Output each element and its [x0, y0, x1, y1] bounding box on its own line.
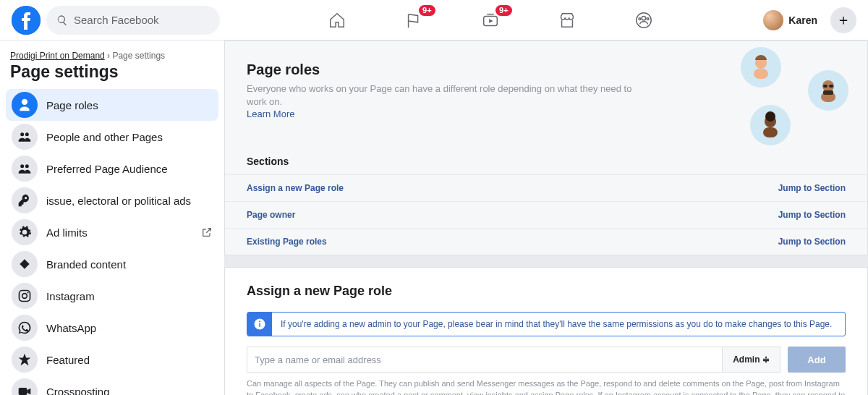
sidebar-item-label: Preferred Page Audience — [46, 163, 168, 175]
sidebar-item-label: Featured — [46, 354, 90, 366]
video-icon — [12, 378, 38, 395]
key-icon — [12, 187, 38, 213]
sidebar-item-issue-ads[interactable]: issue, electoral or political ads — [6, 184, 218, 216]
sidebar-item-label: Page roles — [46, 99, 98, 111]
facebook-logo[interactable] — [12, 6, 41, 35]
hero-illustration — [730, 47, 846, 148]
hero-subtitle: Everyone who works on your Page can have… — [247, 82, 652, 109]
role-select[interactable]: Admin ≑ — [723, 347, 780, 373]
svg-point-22 — [259, 321, 260, 323]
sidebar-item-label: People and other Pages — [46, 131, 163, 143]
sidebar-item-branded-content[interactable]: Branded content — [6, 248, 218, 280]
svg-point-3 — [642, 16, 646, 20]
search-box[interactable]: Search Facebook — [46, 6, 220, 35]
svg-rect-16 — [829, 85, 833, 88]
add-button[interactable]: Add — [788, 347, 846, 373]
svg-point-19 — [765, 111, 775, 122]
nav-pages-badge: 9+ — [419, 5, 435, 16]
nav-watch-badge: 9+ — [495, 5, 512, 16]
nav-home[interactable] — [327, 10, 347, 30]
sidebar-item-instagram[interactable]: Instagram — [6, 280, 218, 312]
whatsapp-icon — [12, 315, 38, 341]
sidebar: Prodigi Print on Demand › Page settings … — [0, 41, 224, 395]
svg-rect-15 — [823, 85, 827, 88]
handshake-icon — [12, 251, 38, 277]
sidebar-item-crossposting[interactable]: Crossposting — [6, 375, 218, 395]
sidebar-item-label: issue, electoral or political ads — [46, 195, 191, 207]
sidebar-item-label: Branded content — [46, 258, 126, 271]
sidebar-item-whatsapp[interactable]: WhatsApp — [6, 312, 218, 344]
role-description: Can manage all aspects of the Page. They… — [247, 378, 846, 395]
jump-link-assign[interactable]: Jump to Section — [778, 183, 846, 193]
section-link-assign[interactable]: Assign a new Page role — [247, 183, 344, 193]
svg-rect-11 — [754, 69, 768, 79]
assign-form: Admin ≑ Add — [247, 347, 846, 373]
svg-rect-18 — [763, 127, 778, 137]
hero: Page roles Everyone who works on your Pa… — [225, 41, 867, 119]
svg-point-7 — [22, 294, 27, 299]
breadcrumb-root[interactable]: Prodigi Print on Demand — [10, 51, 105, 61]
breadcrumb: Prodigi Print on Demand › Page settings — [6, 51, 218, 61]
sidebar-item-preferred-audience[interactable]: Preferred Page Audience — [6, 153, 218, 184]
section-row-existing: Existing Page rolesJump to Section — [225, 228, 867, 255]
nav-groups[interactable] — [634, 10, 654, 30]
name-input[interactable] — [247, 347, 723, 373]
sidebar-item-label: Crossposting — [46, 386, 110, 396]
svg-point-4 — [639, 17, 641, 20]
create-button[interactable]: ＋ — [830, 7, 856, 33]
profile-name: Karen — [788, 14, 817, 26]
main: Page roles Everyone who works on your Pa… — [224, 41, 868, 395]
nav-watch[interactable]: 9+ — [480, 10, 501, 30]
external-link-icon — [201, 226, 213, 238]
topbar: Search Facebook 9+ 9+ Karen ＋ — [0, 0, 868, 41]
jump-link-owner[interactable]: Jump to Section — [778, 210, 846, 220]
person-icon — [12, 92, 38, 118]
info-banner: If you're adding a new admin to your Pag… — [247, 312, 846, 336]
svg-point-8 — [27, 292, 29, 293]
section-link-owner[interactable]: Page owner — [247, 210, 295, 220]
svg-point-5 — [647, 17, 649, 20]
assign-card: Assign a new Page role If you're adding … — [224, 267, 868, 395]
profile-chip[interactable]: Karen — [760, 7, 825, 33]
star-icon — [12, 347, 38, 373]
sidebar-item-ad-limits[interactable]: Ad limits — [6, 216, 218, 248]
nav-marketplace[interactable] — [557, 10, 577, 30]
info-icon — [247, 313, 272, 336]
sidebar-item-label: Instagram — [46, 290, 95, 302]
nav-pages[interactable]: 9+ — [404, 10, 424, 30]
group-icon — [12, 156, 38, 182]
nav-center: 9+ 9+ — [220, 10, 760, 30]
search-icon — [56, 14, 68, 26]
page-title: Page settings — [10, 62, 218, 82]
svg-rect-14 — [823, 90, 833, 95]
group-icon — [12, 124, 38, 150]
jump-link-existing[interactable]: Jump to Section — [778, 237, 846, 247]
search-placeholder: Search Facebook — [74, 14, 159, 26]
gear-icon — [12, 219, 38, 245]
sidebar-item-featured[interactable]: Featured — [6, 344, 218, 375]
info-text: If you're adding a new admin to your Pag… — [272, 313, 841, 336]
section-row-assign: Assign a new Page roleJump to Section — [225, 174, 867, 201]
sidebar-item-label: WhatsApp — [46, 322, 96, 334]
svg-rect-9 — [19, 388, 27, 395]
sidebar-item-page-roles[interactable]: Page roles — [6, 89, 218, 121]
avatar — [763, 10, 783, 30]
instagram-icon — [12, 283, 38, 309]
breadcrumb-current: Page settings — [112, 51, 165, 61]
sections-label: Sections — [247, 156, 846, 167]
section-link-existing[interactable]: Existing Page roles — [247, 237, 327, 247]
top-right: Karen ＋ — [760, 7, 856, 33]
section-row-owner: Page ownerJump to Section — [225, 201, 867, 228]
svg-rect-21 — [259, 323, 260, 327]
sidebar-item-people-pages[interactable]: People and other Pages — [6, 121, 218, 153]
sidebar-item-label: Ad limits — [46, 226, 88, 239]
assign-title: Assign a new Page role — [247, 284, 846, 299]
